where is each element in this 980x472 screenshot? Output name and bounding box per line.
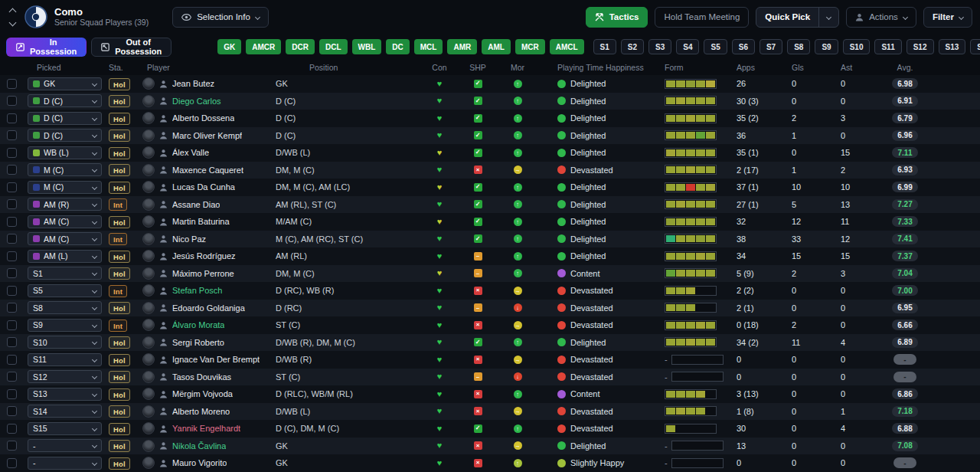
row-checkbox[interactable]	[7, 251, 17, 261]
club-badge[interactable]	[24, 5, 47, 28]
table-row[interactable]: S8 Hol Edoardo Goldaniga D (RC) ♥ – ↓ De…	[0, 300, 980, 317]
player-name[interactable]: Álvaro Morata	[172, 320, 224, 329]
row-checkbox[interactable]	[7, 79, 17, 89]
table-row[interactable]: AM (R) Int Assane Diao AM (RL), ST (C) ♥…	[0, 196, 980, 214]
player-name[interactable]: Alberto Dossena	[172, 113, 234, 123]
player-cell[interactable]: Diego Carlos	[141, 95, 273, 107]
table-row[interactable]: D (C) Hol Marc Oliver Kempf D (C) ♥ ✓ ↑ …	[0, 127, 980, 145]
position-filter-dcr[interactable]: DCR	[286, 39, 315, 54]
picked-dropdown[interactable]: M (C)	[28, 163, 102, 176]
hold-team-meeting-button[interactable]: Hold Team Meeting	[655, 7, 749, 28]
slot-filter-s5[interactable]: S5	[704, 39, 727, 54]
slot-filter-s4[interactable]: S4	[676, 39, 699, 54]
picked-dropdown[interactable]: S5	[28, 284, 102, 297]
picked-dropdown[interactable]: S11	[28, 353, 102, 366]
nav-up-icon[interactable]	[9, 8, 17, 15]
position-filter-gk[interactable]: GK	[217, 39, 241, 54]
row-checkbox[interactable]	[7, 113, 17, 123]
column-header-sta[interactable]: Sta.	[106, 63, 141, 72]
position-filter-amr[interactable]: AMR	[447, 39, 477, 54]
player-name[interactable]: Stefan Posch	[172, 286, 222, 295]
slot-filter-s11[interactable]: S11	[874, 39, 901, 54]
player-cell[interactable]: Mauro Vigorito	[141, 457, 273, 469]
player-name[interactable]: Tasos Douvikas	[172, 372, 231, 382]
column-header-player[interactable]: Player	[141, 63, 273, 72]
picked-dropdown[interactable]: AM (L)	[28, 250, 102, 263]
player-cell[interactable]: Nico Paz	[141, 233, 273, 245]
column-header-avg[interactable]: Avg.	[877, 63, 946, 72]
player-name[interactable]: Mërgim Vojvoda	[172, 389, 233, 398]
slot-filter-s12[interactable]: S12	[906, 39, 934, 54]
picked-dropdown[interactable]: D (C)	[28, 112, 102, 125]
picked-dropdown[interactable]: S10	[28, 336, 102, 349]
player-name[interactable]: Ignace Van Der Brempt	[172, 355, 260, 364]
player-cell[interactable]: Máximo Perrone	[141, 267, 273, 280]
position-filter-dcl[interactable]: DCL	[319, 39, 348, 54]
column-header-mor[interactable]: Mor	[499, 63, 536, 72]
picked-dropdown[interactable]: S13	[28, 388, 102, 401]
player-name[interactable]: Lucas Da Cunha	[172, 182, 235, 192]
column-header-position[interactable]: Position	[273, 63, 423, 72]
player-cell[interactable]: Tasos Douvikas	[141, 371, 273, 383]
position-filter-amcl[interactable]: AMCL	[550, 39, 584, 54]
picked-dropdown[interactable]: D (C)	[28, 129, 102, 142]
position-filter-wbl[interactable]: WBL	[352, 39, 382, 54]
table-row[interactable]: AM (L) Hol Jesús Rodríguez AM (RL) ♥ – ↑…	[0, 247, 980, 265]
player-name[interactable]: Álex Valle	[172, 148, 209, 157]
table-row[interactable]: S9 Int Álvaro Morata ST (C) ♥ × → Devast…	[0, 316, 980, 334]
player-cell[interactable]: Yannik Engelhardt	[141, 422, 273, 434]
player-cell[interactable]: Álex Valle	[141, 146, 273, 159]
row-checkbox[interactable]	[7, 458, 17, 468]
row-checkbox[interactable]	[7, 372, 17, 382]
player-cell[interactable]: Jesús Rodríguez	[141, 250, 273, 262]
nav-down-icon[interactable]	[9, 18, 17, 26]
row-checkbox[interactable]	[7, 165, 17, 175]
picked-dropdown[interactable]: AM (C)	[28, 232, 102, 245]
actions-dropdown[interactable]: Actions	[846, 7, 916, 28]
row-checkbox[interactable]	[7, 268, 17, 278]
player-cell[interactable]: Marc Oliver Kempf	[141, 129, 273, 142]
player-name[interactable]: Mauro Vigorito	[172, 458, 227, 467]
player-name[interactable]: Assane Diao	[172, 200, 220, 209]
player-cell[interactable]: Stefan Posch	[141, 284, 273, 297]
picked-dropdown[interactable]: GK	[28, 77, 102, 90]
player-name[interactable]: Sergi Roberto	[172, 338, 224, 347]
table-row[interactable]: S13 Hol Mërgim Vojvoda D (RLC), WB/M (RL…	[0, 385, 980, 403]
table-row[interactable]: AM (C) Int Nico Paz M (C), AM (RC), ST (…	[0, 231, 980, 248]
picked-dropdown[interactable]: M (C)	[28, 181, 102, 194]
row-checkbox[interactable]	[7, 424, 17, 434]
player-name[interactable]: Diego Carlos	[172, 97, 221, 106]
slot-filter-s9[interactable]: S9	[815, 39, 838, 54]
player-cell[interactable]: Lucas Da Cunha	[141, 181, 273, 193]
row-checkbox[interactable]	[7, 96, 17, 106]
table-row[interactable]: S10 Hol Sergi Roberto D/WB (R), DM, M (C…	[0, 334, 980, 352]
slot-filter-s8[interactable]: S8	[787, 39, 810, 54]
player-name[interactable]: Jesús Rodríguez	[172, 251, 236, 261]
table-row[interactable]: GK Hol Jean Butez GK ♥ ✓ ↑ Delighted - 2…	[0, 75, 980, 93]
slot-filter-s6[interactable]: S6	[732, 39, 755, 54]
picked-dropdown[interactable]: -	[28, 439, 102, 452]
picked-dropdown[interactable]: S8	[28, 301, 102, 314]
row-checkbox[interactable]	[7, 355, 17, 365]
player-name[interactable]: Maxence Caqueret	[172, 166, 243, 175]
table-row[interactable]: D (C) Hol Diego Carlos D (C) ♥ ✓ ↑ Delig…	[0, 93, 980, 110]
table-row[interactable]: S14 Hol Alberto Moreno D/WB (L) ♥ × → De…	[0, 403, 980, 421]
picked-dropdown[interactable]: S14	[28, 405, 102, 418]
row-checkbox[interactable]	[7, 406, 17, 416]
table-row[interactable]: S11 Hol Ignace Van Der Brempt D/WB (R) ♥…	[0, 351, 980, 369]
column-header-shp[interactable]: SHP	[456, 63, 499, 72]
column-header-gls[interactable]: Gls	[779, 63, 828, 72]
picked-dropdown[interactable]: -	[28, 457, 102, 470]
column-header-picked[interactable]: Picked	[23, 63, 106, 72]
picked-dropdown[interactable]: AM (R)	[28, 198, 102, 211]
player-cell[interactable]: Mërgim Vojvoda	[141, 388, 273, 400]
player-name[interactable]: Edoardo Goldaniga	[172, 303, 245, 313]
row-checkbox[interactable]	[7, 148, 17, 158]
quick-pick-dropdown-toggle[interactable]	[818, 8, 838, 27]
player-name[interactable]: Martin Baturina	[172, 217, 230, 226]
table-row[interactable]: - Hol Nikola Čavlina GK ♥ × → Delighted …	[0, 438, 980, 455]
column-header-apps[interactable]: Apps	[726, 63, 779, 72]
column-header-ast[interactable]: Ast	[828, 63, 877, 72]
position-filter-mcr[interactable]: MCR	[515, 39, 545, 54]
slot-filter-s2[interactable]: S2	[621, 39, 644, 54]
